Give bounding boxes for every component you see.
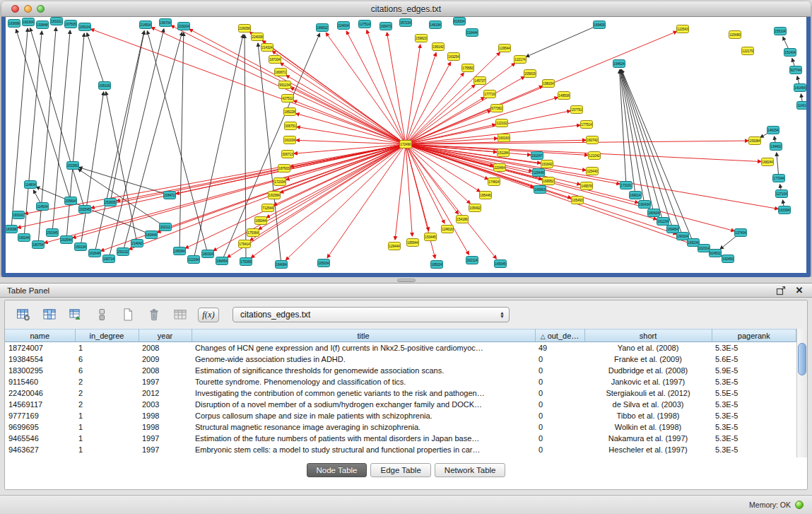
- table-cell[interactable]: 2: [75, 399, 139, 410]
- edit-table-icon[interactable]: [67, 307, 84, 322]
- network-node[interactable]: 163394: [779, 206, 791, 214]
- network-node[interactable]: 712544: [262, 204, 274, 212]
- table-cell[interactable]: Franke et al. (2009): [584, 354, 712, 365]
- network-node[interactable]: 114314: [797, 102, 807, 110]
- network-node[interactable]: 114804: [25, 181, 37, 189]
- table-cell[interactable]: 5.9E-5: [712, 365, 796, 376]
- network-node[interactable]: 202545: [79, 206, 91, 214]
- network-node[interactable]: 180754: [33, 241, 45, 249]
- network-node[interactable]: 991234: [279, 81, 291, 89]
- network-node[interactable]: 169963: [534, 186, 546, 194]
- network-node[interactable]: 185024: [431, 261, 443, 269]
- column-header-year[interactable]: year: [139, 329, 192, 342]
- network-node[interactable]: 190244: [18, 234, 30, 242]
- network-node[interactable]: 127514: [359, 21, 371, 28]
- network-node[interactable]: 226058: [239, 25, 251, 33]
- network-node[interactable]: 203204: [178, 23, 190, 30]
- network-node[interactable]: 165473: [380, 23, 392, 30]
- network-node[interactable]: 105493: [572, 197, 584, 204]
- table-cell[interactable]: 6: [75, 354, 139, 365]
- table-cell[interactable]: 19384554: [5, 354, 75, 365]
- table-cell[interactable]: 1997: [139, 433, 192, 444]
- table-cell[interactable]: 9465546: [5, 433, 75, 444]
- table-settings-icon[interactable]: [15, 307, 32, 322]
- create-table-icon[interactable]: [119, 307, 136, 322]
- table-cell[interactable]: 5.3E-5: [712, 421, 796, 433]
- network-node[interactable]: 216444: [466, 29, 478, 37]
- tab-edge-table[interactable]: Edge Table: [370, 463, 430, 477]
- network-node[interactable]: 124616: [442, 226, 454, 233]
- network-node[interactable]: 141454: [794, 84, 806, 92]
- network-edge[interactable]: [406, 125, 580, 144]
- network-edge[interactable]: [78, 169, 165, 227]
- network-node[interactable]: 306713: [282, 151, 294, 158]
- network-edge[interactable]: [213, 144, 406, 251]
- network-node[interactable]: 186602: [317, 24, 329, 32]
- table-cell[interactable]: 2008: [139, 365, 192, 376]
- network-edge[interactable]: [222, 33, 319, 261]
- network-node[interactable]: 174824: [488, 178, 500, 186]
- close-panel-icon[interactable]: ✕: [794, 285, 805, 296]
- network-node[interactable]: 205815: [524, 70, 536, 78]
- network-node[interactable]: 190714: [103, 255, 115, 263]
- table-mode-icon[interactable]: [93, 307, 110, 322]
- network-node[interactable]: 185228: [284, 108, 296, 116]
- network-node[interactable]: 187334: [269, 56, 281, 64]
- network-node[interactable]: 155104: [775, 28, 787, 35]
- table-cell[interactable]: 2012: [139, 387, 192, 399]
- network-edge[interactable]: [406, 144, 541, 163]
- network-node[interactable]: 172490: [400, 141, 412, 148]
- table-cell[interactable]: 5.3E-5: [712, 410, 796, 421]
- table-cell[interactable]: Tourette syndrome. Phenomenology and cla…: [192, 376, 535, 387]
- table-row[interactable]: 969969511998Structural magnetic resonanc…: [5, 421, 796, 433]
- network-edge[interactable]: [185, 144, 406, 248]
- network-node[interactable]: 150134: [75, 243, 87, 251]
- table-cell[interactable]: 49: [535, 342, 584, 354]
- table-cell[interactable]: 0: [535, 376, 584, 387]
- network-node[interactable]: 195084: [174, 247, 186, 255]
- table-source-dropdown[interactable]: citations_edges.txt ▲▼: [233, 307, 510, 322]
- network-edge[interactable]: [157, 144, 406, 233]
- network-node[interactable]: 193848: [37, 21, 49, 29]
- table-cell[interactable]: 9463627: [5, 444, 75, 455]
- table-row[interactable]: 1872400712008Changes of HCN gene express…: [5, 342, 796, 354]
- network-edge[interactable]: [395, 144, 406, 240]
- network-node[interactable]: 250132: [117, 248, 129, 256]
- table-cell[interactable]: 1: [75, 444, 139, 455]
- network-edge[interactable]: [620, 70, 626, 185]
- table-cell[interactable]: 0: [535, 365, 584, 376]
- network-node[interactable]: 202314: [698, 245, 710, 252]
- network-edge[interactable]: [117, 144, 406, 201]
- network-edge[interactable]: [147, 31, 208, 254]
- table-row[interactable]: 946362711997Embryonic stem cells: a mode…: [5, 444, 796, 455]
- table-row[interactable]: 911546021997Tourette syndrome. Phenomeno…: [5, 376, 796, 387]
- table-cell[interactable]: 0: [535, 410, 584, 421]
- table-cell[interactable]: 2008: [139, 342, 192, 354]
- network-node[interactable]: 306751: [285, 122, 297, 130]
- network-edge[interactable]: [406, 144, 734, 231]
- network-node[interactable]: 149578: [581, 182, 593, 190]
- column-header-out-de[interactable]: △out_de…: [535, 329, 584, 342]
- network-node[interactable]: 151284: [498, 149, 510, 157]
- function-builder-icon[interactable]: f(x): [198, 308, 219, 322]
- network-node[interactable]: 180324: [202, 250, 214, 258]
- network-node[interactable]: 182304: [23, 18, 35, 26]
- table-cell[interactable]: 1: [75, 433, 139, 444]
- network-node[interactable]: 175582: [462, 64, 474, 72]
- table-cell[interactable]: de Silva et al. (2003): [584, 399, 712, 410]
- panel-resize-handle[interactable]: [397, 279, 416, 282]
- network-node[interactable]: 202114: [466, 257, 478, 264]
- network-edge[interactable]: [406, 98, 558, 144]
- network-edge[interactable]: [262, 40, 406, 144]
- table-row[interactable]: 946554611997Estimation of the future num…: [5, 433, 796, 444]
- network-node[interactable]: 220464: [494, 164, 506, 172]
- tab-node-table[interactable]: Node Table: [307, 463, 367, 477]
- table-cell[interactable]: 5.6E-5: [712, 354, 796, 365]
- network-node[interactable]: 185944: [407, 239, 419, 247]
- network-node[interactable]: 129544: [499, 45, 511, 52]
- network-node[interactable]: 185446: [480, 192, 492, 199]
- column-header-title[interactable]: title: [192, 329, 535, 342]
- network-node[interactable]: 205604: [65, 197, 77, 205]
- network-node[interactable]: 146154: [767, 127, 779, 134]
- network-node[interactable]: 151404: [784, 49, 796, 57]
